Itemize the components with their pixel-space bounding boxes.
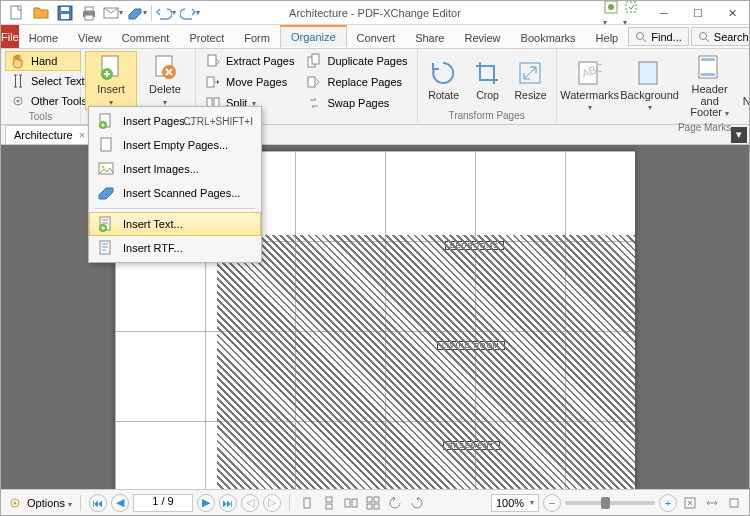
crop-icon (474, 60, 502, 88)
zoom-slider[interactable] (565, 501, 655, 505)
menu-insert-empty[interactable]: Insert Empty Pages... (89, 133, 261, 157)
group-tools: Hand Select Text Other Tools▾ Tools (1, 49, 81, 124)
svg-rect-54 (374, 497, 379, 502)
svg-point-9 (608, 4, 614, 10)
svg-rect-56 (374, 504, 379, 509)
background-icon (636, 60, 664, 88)
bates-button[interactable]: 000001Bates Numbering ▾ (741, 51, 750, 122)
menu-insert-rtf[interactable]: Insert RTF... (89, 236, 261, 260)
find-button[interactable]: Find... (628, 27, 689, 46)
print-icon[interactable] (79, 3, 99, 23)
maximize-button[interactable]: ☐ (681, 1, 715, 25)
undo-icon[interactable]: ▾ (156, 3, 176, 23)
layout-single-icon[interactable] (298, 494, 316, 512)
last-page-button[interactable]: ⏭ (219, 494, 237, 512)
next-page-button[interactable]: ▶ (197, 494, 215, 512)
extract-label: Extract Pages (226, 55, 294, 67)
duplicate-label: Duplicate Pages (327, 55, 407, 67)
insert-button[interactable]: Insert▾ (85, 51, 137, 110)
move-label: Move Pages (226, 76, 287, 88)
hand-tool[interactable]: Hand (5, 51, 81, 71)
delete-button[interactable]: Delete▾ (139, 51, 191, 110)
document-tab[interactable]: Architecture× (5, 125, 94, 144)
ui-options-icon[interactable]: ▾ (603, 0, 619, 27)
tab-view[interactable]: View (68, 25, 112, 48)
menu-insert-images[interactable]: Insert Images... (89, 157, 261, 181)
replace-pages-button[interactable]: Replace Pages (301, 72, 412, 92)
actual-size-icon[interactable] (725, 494, 743, 512)
layout-continuous-icon[interactable] (320, 494, 338, 512)
rotate-button[interactable]: Rotate (422, 51, 466, 110)
mail-icon[interactable]: ▾ (103, 3, 123, 23)
search-button[interactable]: Search... (691, 27, 750, 46)
first-page-button[interactable]: ⏮ (89, 494, 107, 512)
extract-icon (205, 53, 221, 69)
tab-help[interactable]: Help (586, 25, 629, 48)
tab-organize[interactable]: Organize (280, 25, 347, 48)
page-marks-group-label: Page Marks (561, 122, 750, 133)
statusbar: Options ▾ ⏮ ◀ 1 / 9 ▶ ⏭ ◁ ▷ 100%▾ − + (1, 489, 749, 515)
menu-insert-scanned[interactable]: Insert Scanned Pages... (89, 181, 261, 205)
hand-label: Hand (31, 55, 57, 67)
svg-rect-25 (308, 77, 315, 87)
select-text-tool[interactable]: Select Text (5, 71, 81, 91)
extract-pages-button[interactable]: Extract Pages (200, 51, 299, 71)
layout-facing-cont-icon[interactable] (364, 494, 382, 512)
save-icon[interactable] (55, 3, 75, 23)
layout-facing-icon[interactable] (342, 494, 360, 512)
other-tools[interactable]: Other Tools▾ (5, 91, 81, 111)
tab-home[interactable]: Home (19, 25, 68, 48)
duplicate-pages-button[interactable]: Duplicate Pages (301, 51, 412, 71)
zoom-input[interactable]: 100%▾ (491, 494, 539, 512)
launch-icon[interactable]: ▾ (623, 0, 639, 27)
zoom-out-button[interactable]: − (543, 494, 561, 512)
new-doc-icon[interactable] (7, 3, 27, 23)
header-footer-label: Header and Footer (690, 83, 727, 118)
room-label: LIVING ROOM (437, 341, 505, 350)
options-button[interactable]: Options ▾ (27, 497, 72, 509)
file-tab[interactable]: File (1, 25, 19, 48)
tab-convert[interactable]: Convert (347, 25, 406, 48)
menu-insert-text[interactable]: Insert Text... (89, 212, 261, 236)
tab-comment[interactable]: Comment (112, 25, 180, 48)
move-pages-button[interactable]: Move Pages (200, 72, 299, 92)
svg-rect-48 (304, 498, 310, 508)
scan-icon[interactable]: ▾ (127, 3, 147, 23)
background-button[interactable]: Background▾ (621, 51, 679, 122)
nav-back-button[interactable]: ◁ (241, 494, 259, 512)
close-button[interactable]: ✕ (715, 1, 749, 25)
header-footer-button[interactable]: Header and Footer ▾ (681, 51, 739, 122)
swap-pages-button[interactable]: Swap Pages (301, 93, 412, 113)
svg-rect-32 (701, 73, 715, 76)
fit-width-icon[interactable] (703, 494, 721, 512)
tab-bookmarks[interactable]: Bookmarks (511, 25, 586, 48)
fit-page-icon[interactable] (681, 494, 699, 512)
menu-insert-pages[interactable]: Insert Pages...CTRL+SHIFT+I (89, 109, 261, 133)
nav-fwd-button[interactable]: ▷ (263, 494, 281, 512)
svg-point-14 (17, 100, 20, 103)
prev-page-button[interactable]: ◀ (111, 494, 129, 512)
other-tools-label: Other Tools (31, 95, 87, 107)
tab-review[interactable]: Review (454, 25, 510, 48)
resize-label: Resize (515, 90, 547, 101)
crop-button[interactable]: Crop (468, 51, 508, 110)
svg-rect-51 (345, 499, 350, 507)
open-folder-icon[interactable] (31, 3, 51, 23)
watermarks-button[interactable]: ABCWatermarks▾ (561, 51, 619, 122)
minimize-button[interactable]: ─ (647, 1, 681, 25)
insert-pages-icon (97, 112, 115, 130)
redo-icon[interactable]: ▾ (180, 3, 200, 23)
resize-button[interactable]: Resize (510, 51, 552, 110)
svg-rect-5 (85, 7, 93, 11)
rotate-view-ccw-icon[interactable] (386, 494, 404, 512)
tab-close-icon[interactable]: × (79, 129, 85, 141)
svg-rect-24 (312, 54, 319, 64)
tab-protect[interactable]: Protect (179, 25, 234, 48)
tab-share[interactable]: Share (405, 25, 454, 48)
zoom-in-button[interactable]: + (659, 494, 677, 512)
rotate-view-cw-icon[interactable] (408, 494, 426, 512)
page-input[interactable]: 1 / 9 (133, 494, 193, 512)
delete-label: Delete (149, 83, 181, 95)
tab-form[interactable]: Form (234, 25, 280, 48)
crop-label: Crop (476, 90, 499, 101)
